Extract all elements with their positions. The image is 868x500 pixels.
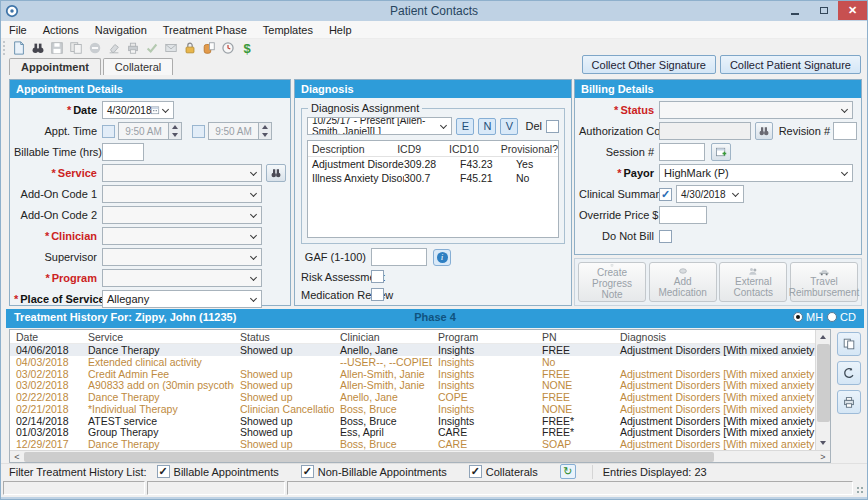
horizontal-scroll-thumb[interactable] — [24, 452, 714, 462]
time-start-spinner[interactable]: 9:50 AM — [118, 122, 182, 140]
approve-check-icon[interactable] — [143, 40, 161, 56]
place-of-service-dropdown[interactable]: Allegany — [102, 290, 262, 308]
authorization-code-input[interactable] — [659, 122, 751, 140]
diagnosis-n-button[interactable]: N — [478, 118, 496, 135]
scroll-left-icon[interactable]: < — [10, 452, 24, 462]
contact-record-icon[interactable] — [200, 40, 218, 56]
session-input[interactable] — [659, 143, 705, 161]
risk-assessment-checkbox[interactable] — [371, 270, 384, 283]
addon-code-2-dropdown[interactable] — [102, 206, 262, 224]
program-dropdown[interactable] — [102, 269, 262, 287]
gaf-info-button[interactable]: i — [433, 249, 451, 266]
menu-treatment-phase[interactable]: Treatment Phase — [155, 21, 255, 39]
date-picker[interactable]: 4/30/2018 — [102, 101, 174, 119]
table-row[interactable]: 01/03/2018Group TherapyShowed upEss, Apr… — [10, 427, 830, 439]
new-document-icon[interactable] — [10, 40, 28, 56]
print-icon[interactable] — [124, 40, 142, 56]
revision-input[interactable] — [833, 122, 857, 140]
spinner-arrows-icon[interactable] — [168, 123, 181, 139]
session-calendar-button[interactable] — [711, 143, 731, 161]
external-contacts-button[interactable]: External Contacts — [719, 262, 787, 302]
email-icon[interactable] — [162, 40, 180, 56]
vertical-scrollbar[interactable] — [815, 330, 830, 450]
delete-icon[interactable] — [86, 40, 104, 56]
menu-file[interactable]: File — [1, 21, 35, 39]
horizontal-scrollbar[interactable]: < > — [10, 450, 830, 462]
table-row[interactable]: 04/03/2018Extended clinical activity--US… — [10, 356, 830, 368]
maximize-button[interactable] — [809, 1, 838, 20]
save-icon[interactable] — [48, 40, 66, 56]
table-row[interactable]: 04/06/2018Dance TherapyShowed upAnello, … — [10, 344, 830, 356]
column-header-status[interactable]: Status — [234, 331, 334, 343]
do-not-bill-checkbox[interactable] — [659, 230, 672, 243]
status-dropdown[interactable] — [659, 101, 853, 119]
menu-templates[interactable]: Templates — [255, 21, 321, 39]
refresh-button[interactable]: ↻ — [560, 464, 576, 479]
diagnosis-assignment-dropdown[interactable]: 10/25/17 - Present [Allen-Smith, Janie][… — [307, 117, 452, 135]
diagnosis-row[interactable]: Adjustment Disorders [Wi...309.28F43.23Y… — [308, 157, 558, 171]
travel-reimbursement-button[interactable]: Travel Reimbursement — [790, 262, 858, 302]
diagnosis-e-button[interactable]: E — [456, 118, 474, 135]
add-medication-button[interactable]: Add Medication — [649, 262, 717, 302]
search-binoculars-icon[interactable] — [29, 40, 47, 56]
undo-button[interactable] — [837, 361, 861, 385]
del-checkbox[interactable] — [546, 120, 559, 133]
column-header-date[interactable]: Date — [10, 331, 82, 343]
time-end-checkbox[interactable] — [192, 125, 205, 138]
scroll-up-icon[interactable] — [816, 330, 830, 344]
create-progress-note-button[interactable]: Create ProgressNote — [578, 262, 646, 302]
clinical-summary-checkbox[interactable]: ✓ — [659, 188, 672, 201]
table-row[interactable]: 02/14/2018ATEST serviceShowed upBoss, Br… — [10, 415, 830, 427]
radio-cd[interactable] — [827, 312, 837, 322]
column-header-clinician[interactable]: Clinician — [334, 331, 432, 343]
authorization-search-button[interactable] — [755, 122, 773, 140]
table-row[interactable]: 03/02/2018Credit Admin FeeShowed upAllen… — [10, 368, 830, 380]
billable-time-input[interactable] — [102, 143, 144, 161]
close-button[interactable]: ✕ — [838, 1, 867, 20]
lock-icon[interactable] — [181, 40, 199, 56]
collect-patient-signature-button[interactable]: Collect Patient Signature — [720, 55, 861, 74]
filter-checkbox[interactable]: ✓ — [301, 465, 314, 478]
tab-appointment[interactable]: Appointment — [9, 58, 101, 75]
override-price-input[interactable] — [659, 206, 707, 224]
column-header-service[interactable]: Service — [82, 331, 234, 343]
vertical-scroll-thumb[interactable] — [817, 344, 830, 422]
time-start-checkbox[interactable] — [102, 125, 115, 138]
time-end-spinner[interactable]: 9:50 AM — [208, 122, 272, 140]
copy-button[interactable] — [837, 332, 861, 356]
menu-help[interactable]: Help — [321, 21, 360, 39]
scroll-down-icon[interactable] — [816, 436, 830, 450]
gaf-input[interactable] — [371, 248, 427, 266]
table-row[interactable]: 02/21/2018*Individual TherapyClinician C… — [10, 403, 830, 415]
column-header-program[interactable]: Program — [432, 331, 536, 343]
table-row[interactable]: 03/02/2018A90833 add on (30min psycother… — [10, 379, 830, 391]
billing-dollar-icon[interactable]: $ — [238, 40, 256, 56]
tab-collateral[interactable]: Collateral — [103, 58, 173, 75]
filter-checkbox[interactable]: ✓ — [469, 465, 482, 478]
medication-review-checkbox[interactable] — [371, 288, 384, 301]
column-header-diagnosis[interactable]: Diagnosis — [614, 331, 815, 343]
table-row[interactable]: 12/29/2017Dance TherapyShowed upBoss, Br… — [10, 438, 830, 450]
menu-navigation[interactable]: Navigation — [87, 21, 155, 39]
time-clock-icon[interactable] — [219, 40, 237, 56]
minimize-button[interactable] — [780, 1, 809, 20]
service-search-button[interactable] — [266, 164, 286, 182]
resize-grip[interactable] — [857, 487, 865, 495]
table-row[interactable]: 02/22/2018Dance TherapyShowed upAnello, … — [10, 391, 830, 403]
filter-checkbox[interactable]: ✓ — [157, 465, 170, 478]
supervisor-dropdown[interactable] — [102, 248, 262, 266]
collect-other-signature-button[interactable]: Collect Other Signature — [582, 55, 716, 74]
radio-mh[interactable] — [793, 312, 803, 322]
copy-icon[interactable] — [67, 40, 85, 56]
erase-icon[interactable] — [105, 40, 123, 56]
spinner-arrows-icon[interactable] — [258, 123, 271, 139]
payor-dropdown[interactable]: HighMark (P) — [659, 164, 853, 182]
column-header-pn[interactable]: PN — [536, 331, 614, 343]
diagnosis-v-button[interactable]: V — [500, 118, 518, 135]
scroll-right-icon[interactable]: > — [816, 452, 830, 462]
print-button[interactable] — [837, 390, 861, 414]
menu-actions[interactable]: Actions — [35, 21, 87, 39]
diagnosis-row[interactable]: Illness Anxiety Disorder300.7F45.21No — [308, 171, 558, 185]
addon-code-1-dropdown[interactable] — [102, 185, 262, 203]
clinical-summary-date-dropdown[interactable]: 4/30/2018 — [676, 185, 744, 203]
